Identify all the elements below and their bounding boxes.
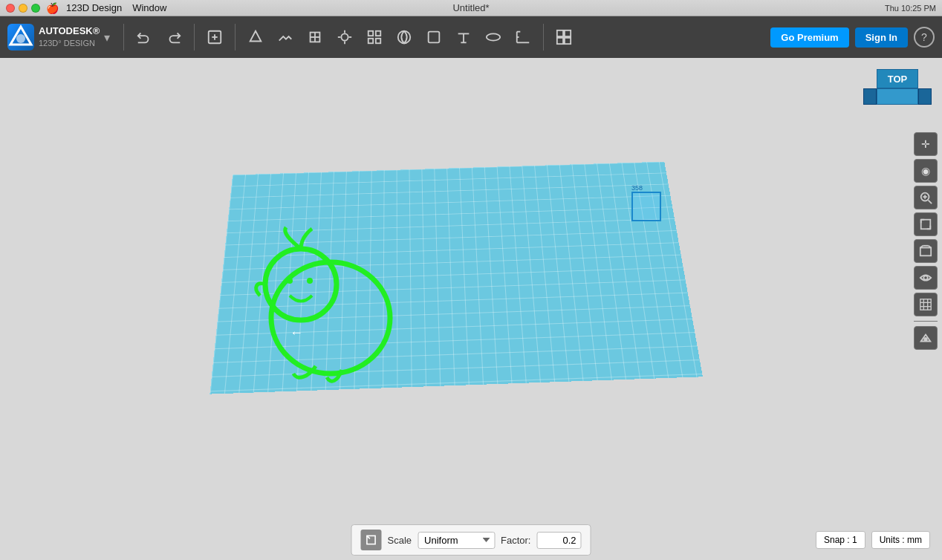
toolbar-right-area: Go Premium Sign In ?: [770, 27, 935, 48]
logo-line1: AUTODESK®: [39, 25, 100, 38]
scale-icon: [361, 530, 382, 550]
main-canvas: ← 358 TOP ✛ ◉: [0, 58, 942, 560]
svg-point-8: [342, 33, 348, 40]
scale-label: Scale: [388, 535, 412, 546]
svg-rect-16: [376, 39, 380, 43]
app-toolbar: AUTODESK® 123D° DESIGN ▾: [0, 16, 942, 58]
menu-item-window[interactable]: Window: [132, 2, 166, 13]
menu-item-123d[interactable]: 123D Design: [66, 2, 122, 13]
logo-area: AUTODESK® 123D° DESIGN ▾: [7, 24, 110, 51]
svg-rect-29: [557, 38, 563, 44]
sign-in-button[interactable]: Sign In: [855, 27, 908, 48]
zoom-tool-button[interactable]: [914, 186, 938, 209]
svg-point-22: [487, 33, 500, 40]
undo-button[interactable]: [131, 25, 157, 50]
snap-unit-area: Snap : 1 Units : mm: [816, 531, 930, 549]
svg-rect-18: [429, 32, 440, 43]
primitives-button[interactable]: [243, 25, 268, 50]
app-logo-icon: [7, 24, 34, 51]
divider-1: [123, 24, 124, 51]
apple-icon: 🍎: [46, 2, 59, 14]
new-sketch-button[interactable]: [202, 25, 227, 50]
view-cube[interactable]: TOP: [863, 69, 932, 105]
measure-button[interactable]: [510, 25, 536, 50]
svg-rect-13: [368, 31, 373, 36]
window-controls[interactable]: [6, 4, 40, 13]
svg-point-33: [287, 278, 293, 284]
modify-button[interactable]: [332, 25, 357, 50]
svg-point-48: [923, 276, 927, 279]
perspective-tool-button[interactable]: [914, 239, 938, 263]
divider-2: [194, 24, 195, 51]
dimension-value: 358: [631, 184, 661, 192]
grid-tool-button[interactable]: [914, 293, 938, 316]
dimension-indicator: 358: [631, 184, 661, 221]
svg-point-32: [265, 249, 337, 320]
pattern-button[interactable]: [362, 25, 387, 50]
pan-tool-button[interactable]: ✛: [914, 132, 938, 156]
tools-divider: [914, 321, 938, 322]
svg-point-34: [307, 278, 313, 284]
material-tool-button[interactable]: [914, 326, 938, 350]
view-mode-button[interactable]: [914, 266, 938, 290]
scale-select[interactable]: Uniform Non-Uniform: [418, 532, 495, 549]
fit-tool-button[interactable]: [914, 212, 938, 236]
view-cube-middle: [863, 88, 932, 105]
logo-line2: 123D° DESIGN: [39, 38, 100, 48]
svg-rect-53: [920, 299, 931, 310]
viewport[interactable]: ← 358 TOP ✛ ◉: [0, 58, 942, 560]
time-display: Thu 10:25 PM: [885, 4, 936, 13]
divider-4: [543, 24, 544, 51]
factor-input[interactable]: [537, 532, 582, 549]
text-button[interactable]: [451, 25, 476, 50]
orbit-tool-button[interactable]: ◉: [914, 159, 938, 183]
svg-rect-27: [557, 30, 563, 36]
menu-bar[interactable]: 123D Design Window: [66, 2, 166, 13]
view-cube-top[interactable]: TOP: [877, 69, 918, 88]
solid-button[interactable]: [421, 25, 446, 50]
svg-rect-39: [921, 220, 931, 229]
dimension-handle[interactable]: [631, 192, 661, 221]
units-button[interactable]: Units : mm: [871, 531, 930, 549]
construct-button[interactable]: [302, 25, 328, 50]
close-button[interactable]: [6, 4, 15, 13]
logo-dropdown-arrow[interactable]: ▾: [104, 30, 110, 45]
materials-button[interactable]: [551, 25, 576, 50]
svg-point-1: [16, 34, 25, 43]
factor-label: Factor:: [501, 535, 530, 546]
go-premium-button[interactable]: Go Premium: [770, 27, 848, 48]
scale-panel: Scale Uniform Non-Uniform Factor:: [351, 524, 591, 556]
green-sketch: [227, 221, 435, 385]
svg-rect-15: [368, 39, 373, 43]
view-cube-left: [863, 88, 877, 105]
maximize-button[interactable]: [31, 4, 40, 13]
svg-rect-44: [920, 248, 931, 256]
view-cube-front: [877, 88, 918, 105]
right-tools: ✛ ◉: [914, 132, 938, 350]
divider-3: [235, 24, 236, 51]
svg-line-36: [929, 201, 932, 204]
snap-button[interactable]: Snap : 1: [816, 531, 865, 549]
window-title: Untitled*: [452, 2, 489, 13]
svg-point-54: [924, 338, 927, 341]
logo-text: AUTODESK® 123D° DESIGN: [39, 25, 100, 48]
svg-point-17: [398, 31, 411, 44]
help-button[interactable]: ?: [914, 27, 935, 48]
svg-rect-30: [565, 38, 571, 44]
grouping-button[interactable]: [481, 25, 506, 50]
sketch-button[interactable]: [273, 25, 298, 50]
titlebar: 🍎 123D Design Window Untitled* Thu 10:25…: [0, 0, 942, 16]
titlebar-right: Thu 10:25 PM: [885, 4, 936, 13]
transform-button[interactable]: [392, 25, 417, 50]
bottom-bar: Scale Uniform Non-Uniform Factor: Snap :…: [0, 520, 942, 560]
svg-rect-28: [565, 30, 571, 36]
redo-button[interactable]: [161, 25, 186, 50]
view-cube-right: [918, 88, 932, 105]
svg-rect-14: [376, 31, 380, 36]
minimize-button[interactable]: [19, 4, 27, 13]
